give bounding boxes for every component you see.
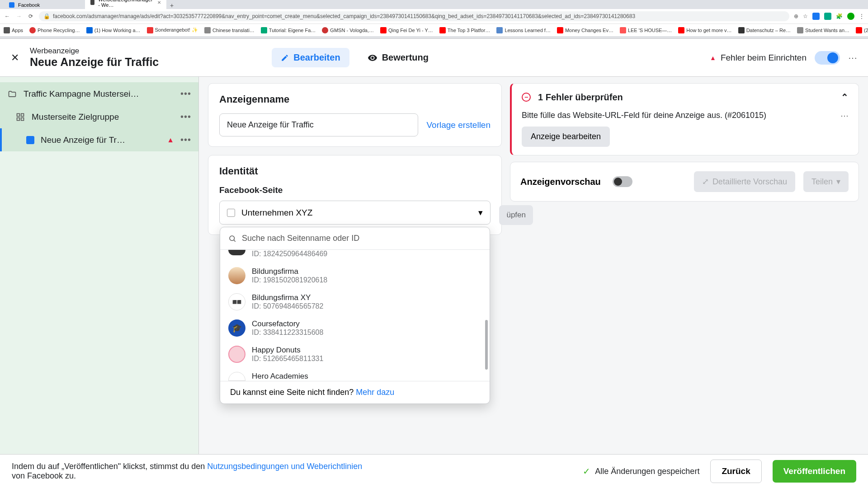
sidebar-item-ad[interactable]: Neue Anzeige für Tr… ▲ ••• [0, 128, 198, 151]
bookmark-item[interactable]: Chinese translati… [204, 27, 255, 33]
saved-status: ✓ Alle Änderungen gespeichert [583, 466, 699, 477]
bookmark-item[interactable]: Tutorial: Eigene Fa… [261, 27, 316, 33]
terms-link[interactable]: Nutzungsbedingungen und Weberichtlinien [207, 462, 362, 471]
svg-line-5 [234, 240, 235, 241]
toolbar-right: ⊕ ☆ 🧩 ⋮ [794, 13, 864, 20]
right-column: − 1 Fehler überprüfen ⌃ Bitte fülle das … [510, 83, 859, 448]
page-name: Hero Academies [252, 372, 308, 381]
page-icon [227, 209, 235, 217]
page-option[interactable]: Hero Academies [220, 367, 490, 381]
url-field[interactable]: 🔒 facebook.com/adsmanager/manage/ads/edi… [39, 11, 789, 21]
pencil-icon [281, 54, 289, 62]
link-button-partial[interactable]: üpfen [499, 205, 533, 225]
bookmark-item[interactable]: Qing Fei De Yi - Y… [380, 27, 433, 33]
terms-text: Indem du auf „Veröffentlichen" klickst, … [12, 462, 373, 481]
youtube-favicon [380, 27, 387, 33]
more-icon[interactable]: ••• [180, 135, 191, 145]
puzzle-icon[interactable]: 🧩 [836, 13, 843, 19]
apps-icon [4, 27, 10, 33]
tab-edit[interactable]: Bearbeiten [272, 48, 349, 67]
card-heading: Anzeigenname [219, 94, 491, 105]
page-dropdown: Suche nach Seitenname oder ID ID: 182425… [220, 227, 490, 404]
tab-title: Facebook [18, 2, 40, 8]
more-icon[interactable]: ••• [180, 112, 191, 122]
preview-title: Anzeigenvorschau [520, 177, 601, 187]
saved-label: Alle Änderungen gespeichert [595, 467, 699, 476]
header-right: ▲ Fehler beim Einrichten ⋯ [710, 51, 857, 65]
create-template-link[interactable]: Vorlage erstellen [426, 120, 491, 130]
extension-icon[interactable] [824, 13, 831, 20]
bookmark-item[interactable]: The Top 3 Platfor… [439, 27, 491, 33]
youtube-favicon [678, 27, 684, 33]
browser-tab-active[interactable]: Werbeanzeigenmanager - We… ✕ [85, 0, 166, 9]
bookmark-favicon [29, 27, 36, 33]
apps-button[interactable]: Apps [4, 27, 23, 33]
close-icon[interactable]: ✕ [157, 0, 161, 5]
page-option[interactable]: 🎓 CoursefactoryID: 338411223315608 [220, 315, 490, 341]
youtube-favicon [856, 27, 862, 33]
preview-card: Anzeigenvorschau ⤢ Detaillierte Vorschau… [510, 162, 859, 202]
publish-button[interactable]: Veröffentlichen [773, 460, 856, 483]
more-icon[interactable]: ⋯ [840, 111, 849, 121]
selected-page: Unternehmen XYZ [241, 208, 312, 218]
learn-more-link[interactable]: Mehr dazu [356, 388, 394, 397]
bookmark-item[interactable]: (2) How To Add A… [856, 27, 868, 33]
bookmark-favicon [322, 27, 328, 33]
browser-tab[interactable]: Facebook [4, 1, 85, 9]
address-bar: ← → ⟳ 🔒 facebook.com/adsmanager/manage/a… [0, 9, 868, 23]
lock-icon: 🔒 [43, 13, 50, 19]
chevron-up-icon[interactable]: ⌃ [841, 92, 849, 103]
page-option[interactable]: BildungsfirmaID: 1981502081920618 [220, 263, 490, 289]
bookmark-item[interactable]: How to get more v… [678, 27, 731, 33]
bookmark-favicon [738, 27, 745, 33]
page-option[interactable]: ID: 1824250964486469 [220, 250, 490, 263]
bookmark-item[interactable]: Datenschutz – Re… [738, 27, 791, 33]
page-avatar [228, 372, 245, 381]
header-kicker: Werbeanzeige [30, 47, 159, 56]
ad-name-input[interactable] [219, 113, 418, 136]
error-card: − 1 Fehler überprüfen ⌃ Bitte fülle das … [510, 83, 859, 155]
star-icon[interactable]: ☆ [803, 13, 808, 19]
extension-icon[interactable] [812, 13, 820, 20]
bookmark-item[interactable]: Student Wants an… [797, 27, 849, 33]
detailed-preview-button[interactable]: ⤢ Detaillierte Vorschau [694, 171, 795, 192]
reload-icon[interactable]: ⟳ [27, 13, 34, 19]
back-button[interactable]: Zurück [710, 460, 761, 483]
close-button[interactable]: ✕ [11, 52, 19, 64]
menu-icon[interactable]: ⋮ [859, 13, 864, 19]
bookmark-item[interactable]: Phone Recycling… [29, 27, 80, 33]
page-avatar [228, 250, 245, 255]
more-icon[interactable]: ••• [180, 89, 191, 99]
sidebar-item-campaign[interactable]: Traffic Kampagne Mustersei… ••• [0, 82, 198, 105]
more-menu-icon[interactable]: ⋯ [848, 52, 857, 63]
tab-review[interactable]: Bewertung [359, 48, 438, 67]
avatar-icon[interactable] [847, 13, 854, 20]
bookmark-item[interactable]: (1) How Working a… [86, 27, 141, 33]
share-button[interactable]: Teilen ▾ [803, 171, 849, 192]
page-option[interactable]: ⬛⬛ Bildungsfirma XYID: 507694846565782 [220, 289, 490, 315]
bookmark-item[interactable]: Lessons Learned f… [496, 27, 551, 33]
sidebar-item-adset[interactable]: Musterseite Zielgruppe ••• [0, 105, 198, 128]
header-toggle[interactable] [815, 51, 840, 65]
bookmark-favicon [147, 27, 153, 33]
setup-error-badge[interactable]: ▲ Fehler beim Einrichten [710, 53, 807, 63]
zoom-icon[interactable]: ⊕ [794, 13, 798, 19]
bookmark-item[interactable]: Sonderangebot! ✨ [147, 27, 198, 33]
page-option[interactable]: Happy DonutsID: 512665465811331 [220, 341, 490, 367]
svg-rect-2 [17, 117, 20, 120]
facebook-page-select[interactable]: Unternehmen XYZ ▾ Suche nach Seitenname … [219, 201, 491, 225]
dropdown-search[interactable]: Suche nach Seitenname oder ID [220, 227, 490, 250]
back-icon[interactable]: ← [4, 13, 11, 19]
bookmark-item[interactable]: LEE 'S HOUSE—… [620, 27, 672, 33]
left-column: Anzeigenname Vorlage erstellen Identität… [208, 83, 502, 448]
scrollbar[interactable] [485, 320, 488, 370]
preview-toggle[interactable] [613, 176, 632, 187]
youtube-favicon [439, 27, 446, 33]
error-header[interactable]: − 1 Fehler überprüfen ⌃ [522, 92, 849, 103]
edit-ad-button[interactable]: Anzeige bearbeiten [522, 127, 610, 147]
new-tab-button[interactable]: + [166, 2, 177, 9]
app-header: ✕ Werbeanzeige Neue Anzeige für Traffic … [0, 39, 868, 77]
facebook-page-label: Facebook-Seite [219, 185, 491, 195]
bookmark-item[interactable]: GMSN - Vologda,… [322, 27, 374, 33]
bookmark-item[interactable]: Money Changes Ev… [557, 27, 613, 33]
